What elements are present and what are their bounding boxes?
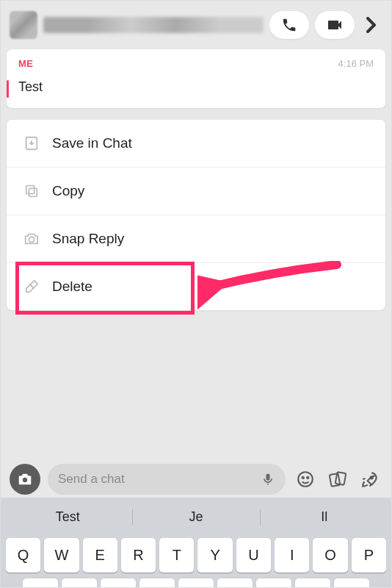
key-s[interactable]: S	[62, 578, 97, 588]
key-r[interactable]: R	[121, 538, 156, 573]
suggestion[interactable]: Test	[4, 502, 132, 532]
svg-point-6	[302, 477, 304, 478]
avatar[interactable]	[10, 11, 37, 39]
key-a[interactable]: A	[23, 578, 58, 588]
chevron-right-icon[interactable]	[360, 17, 382, 33]
key-g[interactable]: G	[178, 578, 214, 588]
key-j[interactable]: J	[256, 578, 291, 588]
keyboard-row: QWERTYUIOP	[4, 538, 388, 573]
key-d[interactable]: D	[101, 578, 136, 588]
rocket-icon	[360, 470, 380, 489]
username-blurred[interactable]	[43, 17, 264, 33]
key-q[interactable]: Q	[6, 538, 40, 573]
menu-label: Save in Chat	[52, 135, 132, 151]
message-accent-bar	[7, 80, 9, 98]
eraser-icon	[23, 278, 40, 295]
menu-label: Snap Reply	[52, 231, 124, 247]
menu-delete[interactable]: Delete	[7, 262, 385, 310]
key-t[interactable]: T	[159, 538, 194, 573]
suggestion-row: Test Je Il	[4, 502, 388, 532]
message-text: Test	[18, 79, 374, 95]
keyboard: Test Je Il QWERTYUIOP ASDFGHJKL	[1, 498, 391, 587]
suggestion[interactable]: Je	[132, 502, 261, 532]
video-icon	[326, 16, 344, 34]
message-time: 4:16 PM	[338, 58, 374, 69]
svg-point-10	[371, 476, 373, 478]
suggestion[interactable]: Il	[260, 502, 388, 532]
phone-icon	[281, 17, 297, 33]
svg-rect-2	[26, 186, 35, 194]
camera-icon	[23, 230, 40, 248]
svg-rect-1	[29, 188, 37, 196]
svg-point-7	[307, 477, 308, 478]
chat-input-bar: Send a chat	[7, 458, 385, 496]
save-icon	[23, 135, 40, 152]
key-k[interactable]: K	[295, 578, 330, 588]
menu-snap-reply[interactable]: Snap Reply	[7, 215, 385, 262]
camera-button[interactable]	[10, 464, 40, 495]
key-l[interactable]: L	[334, 578, 369, 588]
context-menu: Save in Chat Copy Snap Reply Delete	[7, 120, 385, 310]
mic-icon[interactable]	[261, 470, 275, 488]
menu-label: Delete	[52, 279, 92, 295]
voice-call-button[interactable]	[269, 11, 309, 39]
annotation-arrow	[197, 261, 344, 312]
chat-header	[7, 7, 385, 49]
keyboard-row: ASDFGHJKL	[4, 578, 388, 588]
chat-placeholder: Send a chat	[58, 472, 261, 487]
key-u[interactable]: U	[236, 538, 271, 573]
copy-icon	[23, 182, 40, 200]
emoji-button[interactable]	[293, 470, 318, 489]
chat-input[interactable]: Send a chat	[48, 464, 286, 495]
camera-fill-icon	[17, 471, 33, 487]
key-f[interactable]: F	[139, 578, 175, 588]
menu-label: Copy	[52, 183, 84, 199]
key-e[interactable]: E	[83, 538, 117, 573]
rocket-button[interactable]	[357, 470, 382, 489]
message-card[interactable]: ME 4:16 PM Test	[7, 49, 385, 108]
cards-icon	[327, 470, 348, 489]
stickers-button[interactable]	[325, 470, 350, 489]
key-w[interactable]: W	[44, 538, 79, 573]
sender-label: ME	[18, 58, 34, 69]
menu-save-in-chat[interactable]: Save in Chat	[7, 120, 385, 167]
key-o[interactable]: O	[313, 538, 347, 573]
key-p[interactable]: P	[352, 538, 386, 573]
video-call-button[interactable]	[315, 11, 355, 39]
svg-point-4	[23, 478, 27, 482]
key-h[interactable]: H	[217, 578, 253, 588]
svg-point-5	[298, 472, 313, 487]
key-y[interactable]: Y	[197, 538, 232, 573]
svg-point-3	[29, 237, 34, 242]
smiley-icon	[296, 470, 315, 489]
menu-copy[interactable]: Copy	[7, 167, 385, 215]
annotation-highlight	[15, 262, 195, 315]
key-i[interactable]: I	[275, 538, 309, 573]
svg-rect-9	[335, 472, 346, 485]
